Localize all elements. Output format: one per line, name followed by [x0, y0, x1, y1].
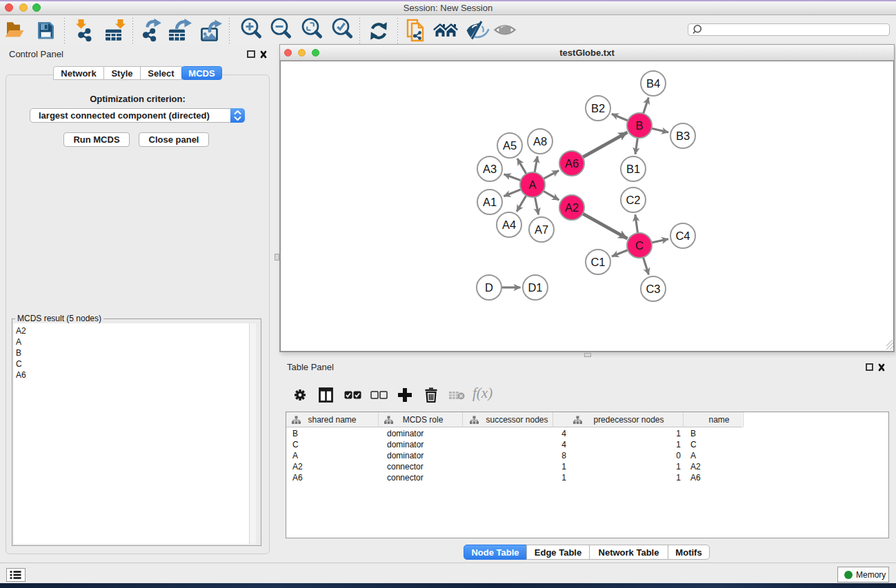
- svg-text:A5: A5: [503, 139, 517, 152]
- svg-text:B3: B3: [676, 130, 690, 142]
- svg-text:A: A: [528, 179, 536, 191]
- svg-text:B4: B4: [646, 77, 660, 90]
- svg-text:A2: A2: [565, 201, 579, 214]
- svg-text:C3: C3: [646, 283, 660, 295]
- svg-text:B2: B2: [591, 102, 605, 114]
- svg-text:B: B: [635, 119, 643, 132]
- svg-text:C4: C4: [675, 230, 690, 242]
- svg-text:C2: C2: [626, 194, 640, 206]
- svg-text:D: D: [485, 281, 493, 294]
- svg-text:A6: A6: [565, 157, 579, 170]
- svg-text:A1: A1: [483, 196, 497, 208]
- svg-text:C1: C1: [590, 256, 605, 268]
- svg-text:A8: A8: [533, 135, 547, 148]
- svg-text:B1: B1: [626, 163, 640, 175]
- svg-text:A4: A4: [502, 219, 516, 231]
- svg-text:C: C: [635, 239, 644, 252]
- svg-text:D1: D1: [528, 281, 542, 294]
- svg-text:A3: A3: [483, 163, 497, 175]
- svg-text:A7: A7: [535, 223, 548, 236]
